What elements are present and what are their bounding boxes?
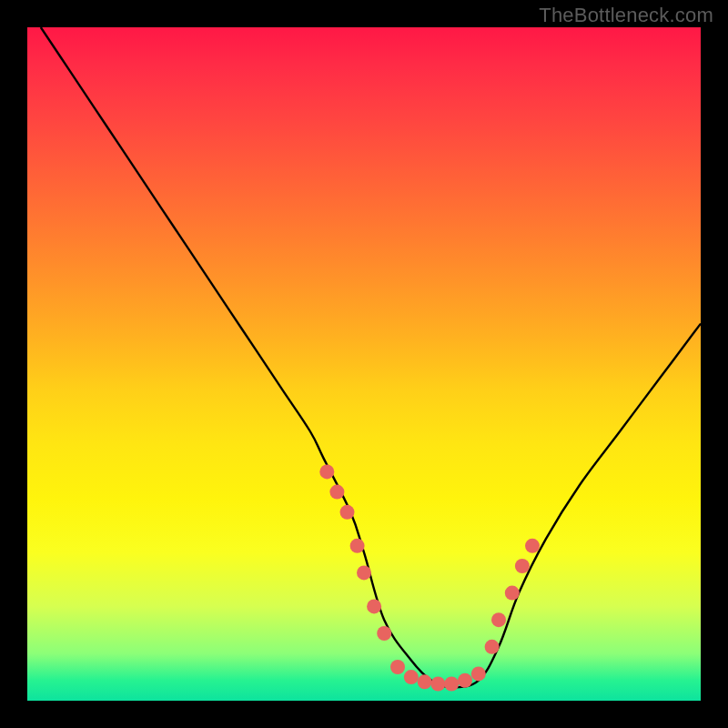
watermark-text: TheBottleneck.com [539,4,713,27]
bottleneck-curve [41,27,701,687]
data-point [515,559,530,573]
plot-area [27,27,701,701]
chart-svg [27,27,701,701]
data-point [319,464,334,479]
marker-layer [319,464,540,691]
data-point [505,586,520,601]
data-point [444,677,459,692]
data-point [418,674,432,689]
data-point [357,565,371,580]
data-point [491,612,506,627]
chart-frame: TheBottleneck.com [0,0,728,728]
data-point [525,539,540,553]
data-point [430,677,445,692]
data-point [471,666,486,681]
data-point [404,670,419,684]
data-point [377,626,391,641]
data-point [329,485,344,500]
data-point [485,640,500,654]
data-point [367,599,381,613]
data-point [340,505,355,520]
data-point [390,660,405,674]
data-point [350,539,365,553]
curve-layer [41,27,701,687]
data-point [458,673,472,688]
